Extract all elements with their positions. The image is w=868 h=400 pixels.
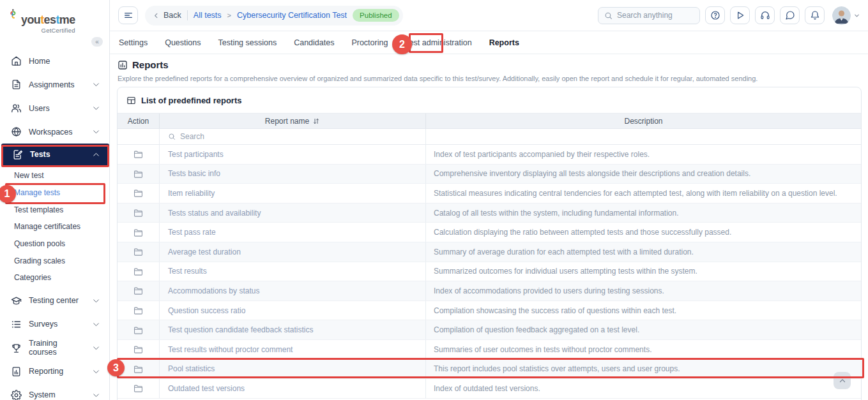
report-name[interactable]: Test pass rate <box>160 223 426 242</box>
sidebar-item-label: System <box>29 390 85 399</box>
sidebar-subitem-grading-scales[interactable]: Grading scales <box>0 252 109 269</box>
filter-description-cell <box>426 129 861 144</box>
report-name[interactable]: Test results without proctor comment <box>160 340 426 359</box>
sidebar-item-home[interactable]: Home <box>0 49 109 73</box>
sidebar-item-label: Testing center <box>29 296 85 305</box>
topbar-actions <box>598 6 860 25</box>
report-description: Summaries of user outcomes in tests with… <box>426 340 861 359</box>
reports-table: Action Report name Description <box>118 114 861 399</box>
open-report-button[interactable] <box>118 145 160 164</box>
sidebar-item-label: Surveys <box>29 320 85 329</box>
open-report-button[interactable] <box>118 242 160 262</box>
support-button[interactable] <box>755 6 775 24</box>
open-report-button[interactable] <box>118 340 160 359</box>
brand-mark-icon <box>8 9 19 20</box>
content: Reports Explore the predefined reports f… <box>110 54 868 400</box>
notifications-button[interactable] <box>805 6 825 24</box>
report-name-filter[interactable] <box>160 129 426 144</box>
sidebar-item-workspaces[interactable]: Workspaces <box>0 120 109 144</box>
avatar[interactable] <box>832 6 851 25</box>
breadcrumb-divider <box>187 10 188 20</box>
sidebar-item-system[interactable]: System <box>0 383 109 400</box>
report-name[interactable]: Test results <box>160 262 426 281</box>
sidebar-subitem-manage-tests[interactable]: Manage tests <box>0 184 109 202</box>
open-report-button[interactable] <box>118 360 160 379</box>
sidebar-subitem-question-pools[interactable]: Question pools <box>0 235 109 253</box>
chevron-down-icon <box>92 367 100 376</box>
report-row-average-test-duration: Average test durationSummary of average … <box>118 242 861 262</box>
report-name[interactable]: Pool statistics <box>160 360 426 379</box>
tab-settings[interactable]: Settings <box>119 38 148 47</box>
sidebar-item-tests[interactable]: Tests <box>1 144 109 165</box>
sidebar-subitem-new-test[interactable]: New test <box>0 167 109 184</box>
sidebar-subitem-test-templates[interactable]: Test templates <box>0 201 109 218</box>
column-header-report-name[interactable]: Report name <box>160 114 426 128</box>
report-name[interactable]: Tests basic info <box>160 165 426 184</box>
user-menu[interactable] <box>832 6 860 25</box>
report-name-filter-input[interactable] <box>180 132 372 141</box>
report-row-item-reliability: Item reliabilityStatistical measures ind… <box>118 184 861 204</box>
brand-letter-segment: you <box>21 13 40 26</box>
chevron-down-icon <box>92 128 100 136</box>
breadcrumb-test-name[interactable]: Cybersecurity Certification Test <box>237 11 347 20</box>
brand-tagline: GetCertified <box>21 27 75 34</box>
open-report-button[interactable] <box>118 184 160 203</box>
sidebar-subitem-manage-certificates[interactable]: Manage certificates <box>0 218 109 235</box>
column-header-action[interactable]: Action <box>118 114 160 128</box>
sidebar-toggle-button[interactable] <box>118 6 138 24</box>
card-header: List of predefined reports <box>118 87 861 114</box>
tab-testing-sessions[interactable]: Testing sessions <box>218 38 277 47</box>
sidebar-item-reporting[interactable]: Reporting <box>0 360 109 383</box>
sidebar-item-testing-center[interactable]: Testing center <box>0 289 109 313</box>
open-report-button[interactable] <box>118 262 160 281</box>
sidebar-item-surveys[interactable]: Surveys <box>0 313 109 336</box>
sidebar-item-training-courses[interactable]: Training courses <box>0 336 109 360</box>
sidebar-item-users[interactable]: Users <box>0 96 109 120</box>
sort-icon[interactable] <box>312 117 320 125</box>
tab-reports[interactable]: Reports <box>489 38 519 47</box>
back-button[interactable]: Back <box>153 11 181 20</box>
global-search-input[interactable] <box>617 11 687 20</box>
chevron-left-icon <box>153 12 160 19</box>
open-report-button[interactable] <box>118 379 160 398</box>
tab-questions[interactable]: Questions <box>165 38 201 47</box>
open-report-button[interactable] <box>118 165 160 184</box>
report-name[interactable]: Test participants <box>160 145 426 164</box>
open-report-button[interactable] <box>118 281 160 300</box>
sidebar-item-assignments[interactable]: Assignments <box>0 73 109 96</box>
report-name[interactable]: Average test duration <box>160 242 426 262</box>
bell-icon <box>810 10 820 20</box>
sidebar-subitem-categories[interactable]: Categories <box>0 269 109 286</box>
chevron-down-icon <box>853 12 860 19</box>
report-description: This report includes pool statistics ove… <box>426 360 861 379</box>
sidebar-collapse-button[interactable]: « <box>91 37 103 47</box>
report-name[interactable]: Question success ratio <box>160 301 426 320</box>
chevron-down-icon <box>92 104 100 112</box>
report-name[interactable]: Outdated test versions <box>160 379 426 398</box>
open-report-button[interactable] <box>118 301 160 320</box>
report-name[interactable]: Accommodations by status <box>160 281 426 300</box>
report-name[interactable]: Item reliability <box>160 184 426 203</box>
column-header-description[interactable]: Description <box>426 114 861 128</box>
open-report-button[interactable] <box>118 223 160 242</box>
report-name[interactable]: Tests status and availability <box>160 204 426 223</box>
report-name[interactable]: Test question candidate feedback statist… <box>160 320 426 339</box>
tutorials-button[interactable] <box>730 6 750 24</box>
open-report-button[interactable] <box>118 320 160 339</box>
help-button[interactable] <box>705 6 725 24</box>
tab-candidates[interactable]: Candidates <box>294 38 334 47</box>
testing-center-icon <box>11 295 22 306</box>
open-report-button[interactable] <box>118 204 160 223</box>
scroll-to-top-button[interactable] <box>834 372 851 389</box>
filter-action-cell <box>118 129 160 144</box>
global-search[interactable] <box>598 7 700 24</box>
tab-proctoring[interactable]: Proctoring <box>351 38 388 47</box>
tab-test-administration[interactable]: Test administration <box>405 38 471 47</box>
sidebar-item-label: Tests <box>30 150 85 159</box>
breadcrumb-all-tests-link[interactable]: All tests <box>194 11 222 20</box>
report-description: Catalog of all tests within the system, … <box>426 204 861 223</box>
surveys-icon <box>11 319 22 330</box>
tests-icon <box>12 149 23 160</box>
report-description: Compilation of question feedback aggrega… <box>426 320 861 339</box>
chat-button[interactable] <box>780 6 800 24</box>
